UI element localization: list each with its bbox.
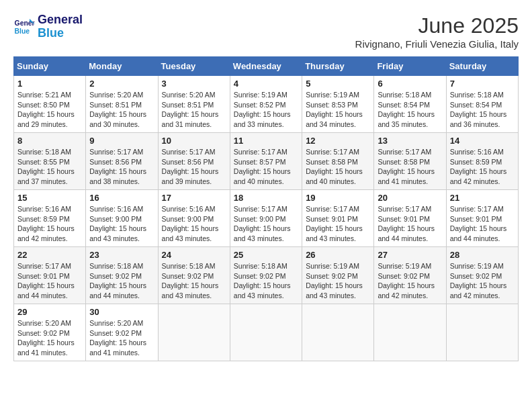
logo-icon: General Blue: [13, 16, 35, 38]
day-info: Sunrise: 5:16 AMSunset: 9:00 PMDaylight:…: [89, 204, 154, 244]
day-info: Sunrise: 5:19 AMSunset: 8:52 PMDaylight:…: [234, 90, 298, 130]
day-number: 24: [162, 250, 226, 260]
day-number: 4: [234, 79, 298, 89]
day-number: 11: [234, 136, 298, 146]
logo-text-line2: Blue: [38, 27, 83, 40]
day-info: Sunrise: 5:18 AMSunset: 8:54 PMDaylight:…: [450, 90, 515, 130]
table-row: 17Sunrise: 5:16 AMSunset: 9:00 PMDayligh…: [158, 190, 230, 247]
table-row: 30Sunrise: 5:20 AMSunset: 9:02 PMDayligh…: [86, 304, 158, 361]
table-row: 22Sunrise: 5:17 AMSunset: 9:01 PMDayligh…: [14, 247, 86, 304]
logo: General Blue General Blue: [13, 13, 83, 40]
table-row: [230, 304, 302, 361]
table-row: 12Sunrise: 5:17 AMSunset: 8:58 PMDayligh…: [302, 133, 374, 190]
table-row: 5Sunrise: 5:19 AMSunset: 8:53 PMDaylight…: [302, 76, 374, 133]
table-row: [374, 304, 446, 361]
day-number: 22: [17, 250, 82, 260]
day-number: 14: [450, 136, 515, 146]
day-number: 26: [306, 250, 370, 260]
table-row: 15Sunrise: 5:16 AMSunset: 8:59 PMDayligh…: [14, 190, 86, 247]
table-row: 2Sunrise: 5:20 AMSunset: 8:51 PMDaylight…: [86, 76, 158, 133]
day-info: Sunrise: 5:17 AMSunset: 9:01 PMDaylight:…: [450, 204, 515, 244]
day-number: 27: [378, 250, 442, 260]
table-row: 20Sunrise: 5:17 AMSunset: 9:01 PMDayligh…: [374, 190, 446, 247]
week-row-4: 22Sunrise: 5:17 AMSunset: 9:01 PMDayligh…: [14, 247, 519, 304]
svg-text:General: General: [15, 19, 35, 27]
day-info: Sunrise: 5:17 AMSunset: 9:01 PMDaylight:…: [378, 204, 442, 244]
table-row: 21Sunrise: 5:17 AMSunset: 9:01 PMDayligh…: [446, 190, 518, 247]
day-number: 1: [17, 79, 82, 89]
week-row-3: 15Sunrise: 5:16 AMSunset: 8:59 PMDayligh…: [14, 190, 519, 247]
day-info: Sunrise: 5:17 AMSunset: 8:58 PMDaylight:…: [306, 147, 370, 187]
day-number: 15: [17, 193, 82, 203]
day-info: Sunrise: 5:17 AMSunset: 8:58 PMDaylight:…: [378, 147, 442, 187]
month-year-title: June 2025: [355, 13, 519, 38]
table-row: 6Sunrise: 5:18 AMSunset: 8:54 PMDaylight…: [374, 76, 446, 133]
header-thursday: Thursday: [302, 57, 374, 76]
day-info: Sunrise: 5:17 AMSunset: 9:00 PMDaylight:…: [234, 204, 298, 244]
day-number: 7: [450, 79, 515, 89]
table-row: 10Sunrise: 5:17 AMSunset: 8:56 PMDayligh…: [158, 133, 230, 190]
day-info: Sunrise: 5:20 AMSunset: 9:02 PMDaylight:…: [89, 318, 154, 358]
table-row: [302, 304, 374, 361]
table-row: 3Sunrise: 5:20 AMSunset: 8:51 PMDaylight…: [158, 76, 230, 133]
day-number: 8: [17, 136, 82, 146]
title-area: June 2025 Rivignano, Friuli Venezia Giul…: [355, 13, 519, 50]
day-number: 16: [89, 193, 154, 203]
day-info: Sunrise: 5:16 AMSunset: 8:59 PMDaylight:…: [17, 204, 82, 244]
day-info: Sunrise: 5:17 AMSunset: 8:56 PMDaylight:…: [89, 147, 154, 187]
day-info: Sunrise: 5:18 AMSunset: 9:02 PMDaylight:…: [234, 261, 298, 301]
day-number: 5: [306, 79, 370, 89]
day-number: 20: [378, 193, 442, 203]
table-row: [446, 304, 518, 361]
day-info: Sunrise: 5:19 AMSunset: 9:02 PMDaylight:…: [450, 261, 515, 301]
calendar-table: Sunday Monday Tuesday Wednesday Thursday…: [13, 56, 519, 361]
week-row-2: 8Sunrise: 5:18 AMSunset: 8:55 PMDaylight…: [14, 133, 519, 190]
header-monday: Monday: [86, 57, 158, 76]
day-info: Sunrise: 5:16 AMSunset: 8:59 PMDaylight:…: [450, 147, 515, 187]
day-number: 23: [89, 250, 154, 260]
day-info: Sunrise: 5:19 AMSunset: 9:02 PMDaylight:…: [378, 261, 442, 301]
table-row: 28Sunrise: 5:19 AMSunset: 9:02 PMDayligh…: [446, 247, 518, 304]
day-info: Sunrise: 5:16 AMSunset: 9:00 PMDaylight:…: [162, 204, 226, 244]
day-info: Sunrise: 5:18 AMSunset: 9:02 PMDaylight:…: [162, 261, 226, 301]
table-row: 29Sunrise: 5:20 AMSunset: 9:02 PMDayligh…: [14, 304, 86, 361]
table-row: 27Sunrise: 5:19 AMSunset: 9:02 PMDayligh…: [374, 247, 446, 304]
day-number: 9: [89, 136, 154, 146]
header-sunday: Sunday: [14, 57, 86, 76]
day-info: Sunrise: 5:19 AMSunset: 8:53 PMDaylight:…: [306, 90, 370, 130]
day-info: Sunrise: 5:17 AMSunset: 8:57 PMDaylight:…: [234, 147, 298, 187]
day-number: 28: [450, 250, 515, 260]
day-number: 13: [378, 136, 442, 146]
header-saturday: Saturday: [446, 57, 518, 76]
day-info: Sunrise: 5:18 AMSunset: 8:54 PMDaylight:…: [378, 90, 442, 130]
table-row: 8Sunrise: 5:18 AMSunset: 8:55 PMDaylight…: [14, 133, 86, 190]
table-row: 16Sunrise: 5:16 AMSunset: 9:00 PMDayligh…: [86, 190, 158, 247]
page-header: General Blue General Blue June 2025 Rivi…: [13, 13, 519, 50]
table-row: 14Sunrise: 5:16 AMSunset: 8:59 PMDayligh…: [446, 133, 518, 190]
table-row: 9Sunrise: 5:17 AMSunset: 8:56 PMDaylight…: [86, 133, 158, 190]
day-number: 17: [162, 193, 226, 203]
table-row: 11Sunrise: 5:17 AMSunset: 8:57 PMDayligh…: [230, 133, 302, 190]
day-number: 10: [162, 136, 226, 146]
table-row: 1Sunrise: 5:21 AMSunset: 8:50 PMDaylight…: [14, 76, 86, 133]
table-row: 18Sunrise: 5:17 AMSunset: 9:00 PMDayligh…: [230, 190, 302, 247]
table-row: 24Sunrise: 5:18 AMSunset: 9:02 PMDayligh…: [158, 247, 230, 304]
week-row-1: 1Sunrise: 5:21 AMSunset: 8:50 PMDaylight…: [14, 76, 519, 133]
day-number: 2: [89, 79, 154, 89]
day-info: Sunrise: 5:17 AMSunset: 9:01 PMDaylight:…: [17, 261, 82, 301]
table-row: 13Sunrise: 5:17 AMSunset: 8:58 PMDayligh…: [374, 133, 446, 190]
header-wednesday: Wednesday: [230, 57, 302, 76]
header-tuesday: Tuesday: [158, 57, 230, 76]
day-info: Sunrise: 5:17 AMSunset: 9:01 PMDaylight:…: [306, 204, 370, 244]
table-row: 23Sunrise: 5:18 AMSunset: 9:02 PMDayligh…: [86, 247, 158, 304]
table-row: 7Sunrise: 5:18 AMSunset: 8:54 PMDaylight…: [446, 76, 518, 133]
day-number: 18: [234, 193, 298, 203]
table-row: 26Sunrise: 5:19 AMSunset: 9:02 PMDayligh…: [302, 247, 374, 304]
day-info: Sunrise: 5:21 AMSunset: 8:50 PMDaylight:…: [17, 90, 82, 130]
day-number: 19: [306, 193, 370, 203]
day-number: 21: [450, 193, 515, 203]
day-info: Sunrise: 5:20 AMSunset: 9:02 PMDaylight:…: [17, 318, 82, 358]
header-friday: Friday: [374, 57, 446, 76]
table-row: [158, 304, 230, 361]
day-info: Sunrise: 5:20 AMSunset: 8:51 PMDaylight:…: [162, 90, 226, 130]
